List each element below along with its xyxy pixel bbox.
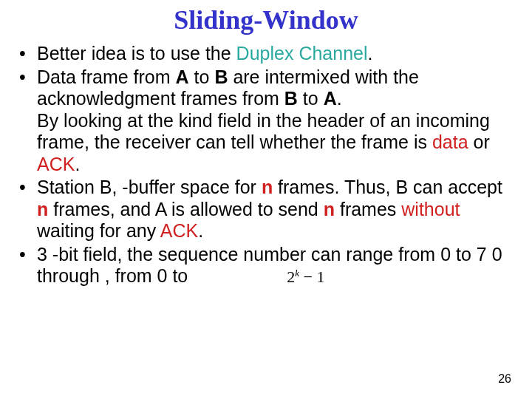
- duplex-channel: Duplex Channel: [236, 43, 368, 64]
- bullet-1: Better idea is to use the Duplex Channel…: [15, 43, 517, 65]
- n-var: n: [324, 199, 335, 219]
- label-b: B: [284, 88, 298, 109]
- text: to: [189, 66, 215, 87]
- text: or: [468, 132, 490, 152]
- text: By looking at the kind field in the head…: [37, 110, 490, 153]
- formula-base: 2: [287, 267, 295, 286]
- text: frames: [335, 199, 401, 219]
- text: .: [75, 154, 80, 174]
- page-number: 26: [498, 372, 511, 386]
- text: .: [368, 43, 373, 64]
- n-var: n: [37, 199, 48, 219]
- data-word: data: [432, 132, 468, 152]
- formula-tail: − 1: [299, 267, 324, 286]
- text: .: [337, 88, 342, 109]
- text: frames. Thus, B can accept: [273, 177, 502, 197]
- text: Station B, -buffer space for: [37, 177, 262, 197]
- bullet-4: 3 -bit field, the sequence number can ra…: [15, 244, 517, 287]
- text: Data frame from: [37, 66, 176, 87]
- bullet-3: Station B, -buffer space for n frames. T…: [15, 177, 517, 242]
- n-var: n: [262, 177, 273, 197]
- label-b: B: [214, 66, 228, 87]
- text: Better idea is to use the: [37, 43, 236, 64]
- text: 3 -bit field, the sequence number can ra…: [37, 244, 502, 287]
- text: .: [198, 220, 203, 241]
- formula: 2k − 1: [287, 267, 324, 286]
- text: frames, and A is allowed to send: [48, 199, 323, 219]
- without-word: without: [401, 199, 460, 219]
- ack-word: ACK: [160, 220, 198, 241]
- bullet-2: Data frame from A to B are intermixed wi…: [15, 66, 517, 176]
- slide-title: Sliding-Window: [15, 4, 517, 35]
- text: waiting for any: [37, 220, 160, 241]
- ack-word: ACK: [37, 154, 75, 174]
- bullet-2-cont: By looking at the kind field in the head…: [37, 110, 517, 176]
- bullet-list: Better idea is to use the Duplex Channel…: [15, 43, 517, 287]
- slide: Sliding-Window Better idea is to use the…: [0, 0, 532, 399]
- text: to: [298, 88, 324, 109]
- label-a: A: [324, 88, 337, 109]
- label-a: A: [176, 66, 189, 87]
